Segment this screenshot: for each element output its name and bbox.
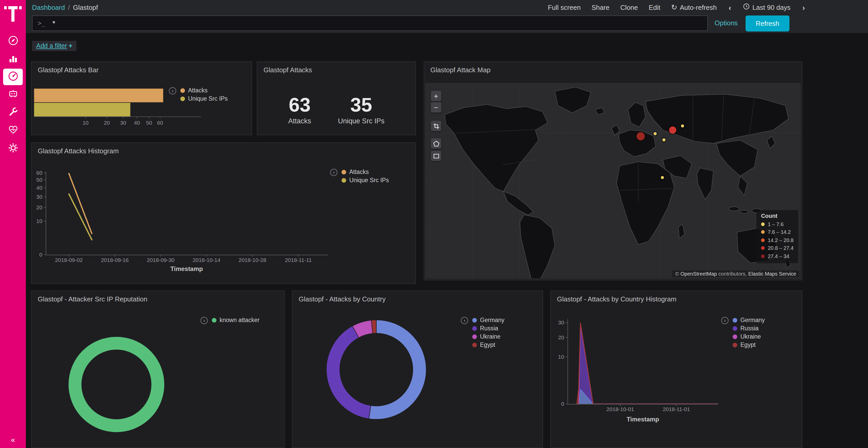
auto-refresh-button[interactable]: ↻ Auto-refresh	[671, 3, 717, 11]
legend-color-dot	[342, 178, 346, 182]
sidebar-item-monitoring[interactable]	[3, 122, 23, 139]
legend-label: Russia	[740, 325, 758, 331]
breadcrumb: Dashboard / Glastopf	[32, 3, 98, 11]
attacks-histogram-chart[interactable]: ›AttacksUnique Src IPs 01020304050602018…	[32, 162, 415, 283]
sidebar-item-timelion[interactable]	[3, 86, 23, 103]
svg-text:60: 60	[157, 120, 163, 126]
legend-item[interactable]: known attacker	[212, 317, 259, 323]
legend-toggle-icon[interactable]: ›	[461, 317, 468, 324]
legend-label: Egypt	[740, 342, 755, 348]
legend-toggle-icon[interactable]: ›	[330, 169, 337, 176]
breadcrumb-dashboard-link[interactable]: Dashboard	[32, 3, 65, 11]
legend-label: Ukraine	[740, 334, 761, 340]
panel-title: Glastopf - Attacks by Country Histogram	[551, 291, 802, 303]
openstreetmap-link[interactable]: OpenStreetMap	[680, 271, 717, 277]
sidebar: «	[0, 0, 26, 448]
map-legend-color-dot	[761, 246, 765, 250]
map-attack-point[interactable]	[681, 125, 684, 128]
legend-label: Attacks	[188, 87, 208, 94]
panel-glastopf-attacks-bar: Glastopf Attacks Bar ›AttacksUnique Src …	[31, 61, 252, 135]
legend-toggle-icon[interactable]: ›	[200, 317, 208, 324]
sidebar-item-management[interactable]	[3, 140, 23, 158]
query-bar-row: >_ Options Refresh	[26, 14, 868, 33]
legend-label: Russia	[480, 325, 498, 331]
legend-item[interactable]: Russia	[472, 325, 504, 331]
map-attack-point[interactable]	[669, 127, 676, 134]
legend-color-dot	[472, 334, 477, 339]
legend-item[interactable]: Unique Src IPs	[180, 96, 227, 102]
full-screen-button[interactable]: Full screen	[548, 3, 581, 11]
draw-polygon-button[interactable]	[431, 138, 441, 149]
edit-button[interactable]: Edit	[649, 3, 660, 11]
legend-color-dot	[472, 318, 477, 322]
time-back-button[interactable]: ‹	[729, 3, 731, 12]
legend-item[interactable]: Russia	[733, 325, 765, 331]
attack-map[interactable]: + − Count 1 – 7.67.6 – 14.214.2 –	[425, 83, 801, 279]
svg-text:0: 0	[39, 252, 42, 257]
map-attack-point[interactable]	[654, 132, 657, 135]
legend-item[interactable]: Attacks	[180, 87, 227, 94]
plus-icon: +	[69, 42, 72, 49]
svg-text:2018-09-16: 2018-09-16	[101, 257, 129, 263]
panel-title: Glastopf - Attacker Src IP Reputation	[32, 291, 284, 303]
top-nav-bar: Dashboard / Glastopf Full screen Share C…	[26, 0, 868, 14]
attacks-by-country-donut[interactable]: ›GermanyRussiaUkraineEgypt	[292, 310, 542, 447]
legend-toggle-icon[interactable]: ›	[169, 87, 176, 95]
refresh-button[interactable]: Refresh	[746, 15, 789, 32]
map-legend-color-dot	[761, 238, 765, 242]
sidebar-item-dev-tools[interactable]	[3, 104, 23, 121]
telekom-logo[interactable]	[4, 4, 22, 24]
share-button[interactable]: Share	[592, 3, 610, 11]
compass-icon	[7, 35, 18, 47]
attacks-metric: 63 Attacks 35 Unique Src IPs	[257, 80, 415, 135]
query-input-container[interactable]: >_	[32, 15, 708, 31]
map-legend-title: Count	[761, 212, 794, 218]
metric-label: Unique Src IPs	[338, 117, 384, 125]
collapse-sidebar-button[interactable]: «	[0, 435, 26, 444]
legend-item[interactable]: Germany	[733, 317, 765, 323]
sidebar-item-discover[interactable]	[3, 33, 23, 50]
sidebar-item-dashboard[interactable]	[3, 69, 23, 85]
clone-button[interactable]: Clone	[620, 3, 638, 11]
svg-text:Timestamp: Timestamp	[627, 416, 659, 423]
legend-item[interactable]: Unique Src IPs	[342, 177, 389, 183]
panel-attacks-by-country-histogram: Glastopf - Attacks by Country Histogram …	[550, 290, 802, 448]
elastic-maps-service-link[interactable]: Elastic Maps Service	[748, 271, 796, 277]
legend-label: Attacks	[349, 169, 369, 175]
map-attack-point[interactable]	[660, 176, 664, 179]
legend-item[interactable]: Germany	[472, 317, 504, 323]
legend-item[interactable]: Ukraine	[733, 334, 765, 340]
attacks-by-country-histogram-chart[interactable]: ›GermanyRussiaUkraineEgypt 01020302018-1…	[551, 310, 802, 447]
panel-title: Glastopf - Attacks by Country	[292, 291, 542, 303]
legend-item[interactable]: Egypt	[733, 342, 765, 348]
gear-icon	[7, 142, 18, 155]
fit-data-bounds-button[interactable]	[431, 121, 441, 131]
draw-rectangle-button[interactable]	[431, 151, 441, 161]
src-ip-reputation-donut[interactable]: ›known attacker	[32, 310, 284, 447]
query-input[interactable]	[53, 19, 702, 27]
sidebar-item-visualize[interactable]	[3, 50, 23, 68]
legend-item[interactable]: Ukraine	[472, 334, 504, 340]
add-filter-button[interactable]: Add a filter+	[32, 41, 76, 51]
legend-item[interactable]: Egypt	[472, 342, 504, 348]
legend-color-dot	[733, 318, 737, 322]
svg-text:50: 50	[36, 177, 42, 183]
zoom-out-button[interactable]: −	[431, 102, 441, 112]
map-attack-point[interactable]	[636, 132, 645, 140]
attacks-bar-chart[interactable]: ›AttacksUnique Src IPs 102030405060	[32, 80, 252, 135]
zoom-in-button[interactable]: +	[431, 91, 441, 101]
legend-color-dot	[472, 326, 477, 331]
options-button[interactable]: Options	[715, 19, 738, 27]
svg-text:50: 50	[146, 120, 152, 126]
sidebar-nav	[3, 33, 23, 158]
map-attack-point[interactable]	[663, 138, 666, 141]
legend-label: Germany	[480, 317, 504, 323]
time-range-button[interactable]: Last 90 days	[743, 3, 790, 11]
map-polygon-control	[431, 138, 441, 149]
legend-item[interactable]: Attacks	[342, 169, 389, 175]
map-legend-range-label: 27.4 – 34	[768, 252, 789, 260]
panel-title: Glastopf Attacks	[257, 62, 415, 74]
chart-legend: ›AttacksUnique Src IPs	[330, 169, 389, 183]
legend-toggle-icon[interactable]: ›	[721, 317, 728, 324]
time-forward-button[interactable]: ›	[802, 3, 805, 12]
